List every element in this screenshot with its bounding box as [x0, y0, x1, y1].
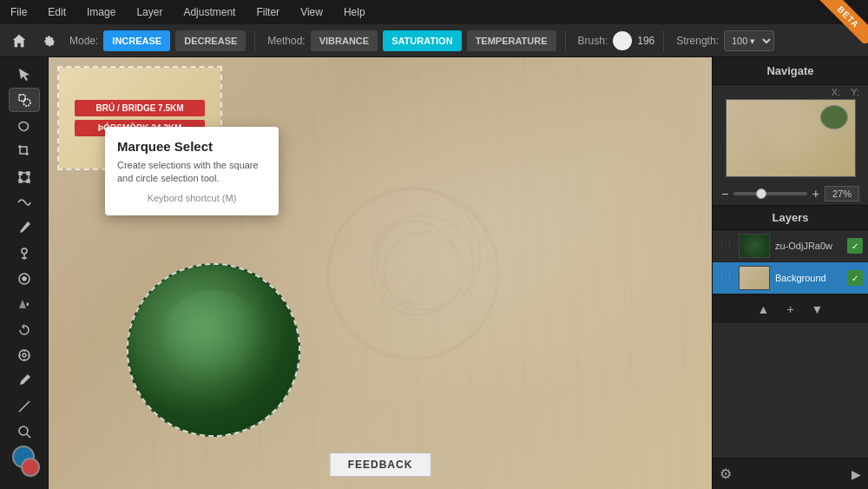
- method-label: Method:: [267, 35, 305, 47]
- svg-line-18: [27, 434, 30, 438]
- layers-actions: ▲ + ▼: [713, 294, 868, 323]
- layer-thumb-content-2: [740, 267, 769, 289]
- beta-badge-container: BETA: [807, 0, 868, 43]
- layer-thumb-2: [739, 266, 770, 290]
- zoom-slider-thumb: [756, 188, 766, 199]
- panel-settings-button[interactable]: ⚙: [720, 466, 732, 482]
- canvas-area: BRÚ / BRIDGE 7.5KM ÞÓRSMÖRK 24.3KM + Mar…: [49, 57, 712, 489]
- firefox-watermark: [292, 152, 535, 395]
- layer-item-2[interactable]: ⋮⋮ Background ✓: [713, 262, 868, 294]
- tool-brush[interactable]: [9, 216, 40, 240]
- tool-fill[interactable]: [9, 293, 40, 316]
- menu-adjustment[interactable]: Adjustment: [180, 6, 239, 18]
- layer-move-up-button[interactable]: ▲: [753, 301, 775, 318]
- layer-item-1[interactable]: ⋮⋮ zu-OdjJRa0w ✓: [713, 230, 868, 262]
- layer-add-button[interactable]: +: [781, 301, 799, 318]
- tool-clone[interactable]: [9, 241, 40, 265]
- decrease-button[interactable]: DECREASE: [175, 30, 246, 51]
- menu-edit[interactable]: Edit: [44, 6, 69, 18]
- mode-label: Mode:: [69, 35, 98, 47]
- svg-rect-4: [27, 172, 30, 175]
- toolbar: Mode: INCREASE DECREASE Method: VIBRANCE…: [0, 24, 868, 57]
- svg-point-7: [22, 248, 27, 254]
- plant-image: [127, 263, 300, 437]
- svg-point-1: [23, 99, 30, 106]
- nav-thumb-indicator: [820, 105, 848, 129]
- right-panel: Navigate X: Y: − + 27% Layers ⋮⋮ zu-OdjJ…: [712, 57, 868, 489]
- tool-crop[interactable]: [9, 140, 40, 163]
- menu-help[interactable]: Help: [340, 6, 369, 18]
- menu-view[interactable]: View: [297, 6, 326, 18]
- layer-name-1: zu-OdjJRa0w: [775, 241, 842, 251]
- svg-rect-5: [19, 180, 22, 182]
- svg-rect-3: [19, 172, 22, 175]
- menu-file[interactable]: File: [7, 6, 30, 18]
- navigate-coords: X: Y:: [713, 85, 868, 99]
- tool-line[interactable]: [9, 394, 40, 418]
- brush-size: 196: [637, 35, 654, 47]
- feedback-button[interactable]: FEEDBACK: [330, 453, 431, 477]
- left-toolbar: [0, 57, 49, 489]
- tooltip-shortcut: Keybord shortcut (M): [117, 193, 266, 203]
- separator-2: [565, 30, 566, 51]
- layer-move-down-button[interactable]: ▼: [806, 301, 829, 318]
- menu-filter[interactable]: Filter: [253, 6, 283, 18]
- main-area: BRÚ / BRIDGE 7.5KM ÞÓRSMÖRK 24.3KM + Mar…: [0, 57, 868, 489]
- increase-button[interactable]: INCREASE: [103, 30, 170, 51]
- separator-1: [254, 30, 255, 51]
- separator-3: [663, 30, 664, 51]
- vibrance-button[interactable]: VIBRANCE: [311, 30, 378, 51]
- saturation-button[interactable]: SATURATION: [383, 30, 461, 51]
- zoom-slider[interactable]: [733, 192, 807, 195]
- svg-point-17: [19, 426, 28, 435]
- navigate-header: Navigate: [713, 57, 868, 85]
- home-button[interactable]: [7, 29, 31, 53]
- strength-select[interactable]: 100 ▾ 75 50 25: [724, 30, 774, 51]
- plant-selection: [118, 246, 309, 437]
- svg-point-11: [23, 354, 26, 357]
- svg-point-9: [23, 277, 26, 281]
- layer-drag-handle-2: ⋮⋮: [718, 274, 733, 282]
- tooltip-description: Create selections with the square and ci…: [117, 159, 266, 186]
- panel-footer: ⚙ ▶: [713, 458, 868, 489]
- tool-adjust[interactable]: [9, 343, 40, 367]
- svg-rect-6: [27, 180, 30, 182]
- tool-select[interactable]: [9, 63, 40, 86]
- tool-heal[interactable]: [9, 190, 40, 214]
- layer-drag-handle-1: ⋮⋮: [718, 241, 733, 250]
- color-swatch-area: [9, 446, 40, 477]
- settings-button[interactable]: [36, 29, 61, 53]
- coord-y: Y:: [851, 87, 859, 97]
- layers-header: Layers: [713, 205, 868, 230]
- layer-thumb-1: [739, 234, 770, 258]
- nav-thumbnail[interactable]: [726, 99, 856, 177]
- menubar: File Edit Image Layer Adjustment Filter …: [0, 0, 868, 24]
- zoom-value: 27%: [825, 186, 859, 202]
- tool-marquee[interactable]: [9, 88, 40, 112]
- tool-pen[interactable]: [9, 369, 40, 393]
- tooltip-popup: Marquee Select Create selections with th…: [105, 127, 279, 215]
- strength-label: Strength:: [676, 35, 719, 47]
- menu-layer[interactable]: Layer: [133, 6, 166, 18]
- tool-lasso[interactable]: [9, 114, 40, 137]
- panel-expand-button[interactable]: ▶: [852, 467, 861, 481]
- tool-zoom[interactable]: [9, 420, 40, 443]
- beta-badge: BETA: [819, 0, 868, 43]
- menu-image[interactable]: Image: [83, 6, 119, 18]
- zoom-control: − + 27%: [713, 182, 868, 205]
- canvas-image[interactable]: BRÚ / BRIDGE 7.5KM ÞÓRSMÖRK 24.3KM + Mar…: [49, 57, 712, 489]
- coord-x: X:: [832, 87, 840, 97]
- temperature-button[interactable]: TEMPERATURE: [467, 30, 556, 51]
- layer-name-2: Background: [775, 273, 842, 283]
- svg-line-16: [19, 401, 30, 412]
- sign-row-1: BRÚ / BRIDGE 7.5KM: [75, 100, 205, 116]
- tool-radial[interactable]: [9, 267, 40, 290]
- tool-rotate[interactable]: [9, 318, 40, 341]
- background-color[interactable]: [21, 458, 40, 477]
- tool-transform[interactable]: [9, 165, 40, 188]
- brush-label: Brush:: [578, 35, 608, 47]
- zoom-minus-button[interactable]: −: [721, 187, 728, 201]
- layer-visibility-1[interactable]: ✓: [847, 238, 863, 254]
- layer-visibility-2[interactable]: ✓: [847, 270, 863, 286]
- zoom-plus-button[interactable]: +: [812, 187, 819, 201]
